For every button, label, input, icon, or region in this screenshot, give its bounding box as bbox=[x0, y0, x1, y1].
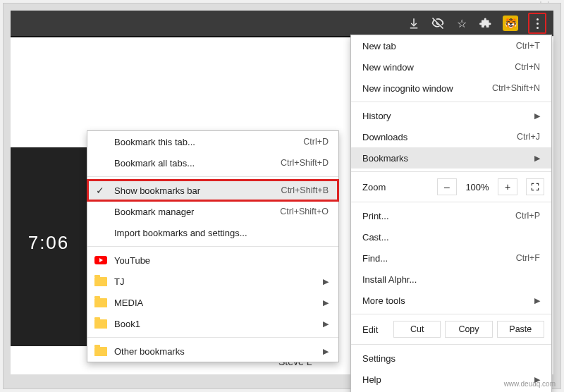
menu-item-label: New tab bbox=[362, 41, 516, 51]
star-icon[interactable]: ☆ bbox=[455, 16, 469, 30]
kebab-icon bbox=[537, 18, 539, 29]
menu-separator bbox=[351, 314, 551, 314]
menu-settings[interactable]: Settings bbox=[351, 348, 551, 369]
menu-item-shortcut: Ctrl+Shift+N bbox=[492, 83, 540, 93]
menu-zoom-row: Zoom – 100% + bbox=[351, 175, 551, 199]
bookmark-label: Book1 bbox=[114, 319, 323, 329]
menu-item-shortcut: Ctrl+Shift+B bbox=[281, 185, 329, 195]
screenshot-root: alphr ☆ 🐯 Free ecution k and can result … bbox=[0, 0, 564, 392]
menu-show-bookmarks-bar[interactable]: ✓ Show bookmarks bar Ctrl+Shift+B bbox=[87, 180, 338, 201]
chevron-right-icon: ▶ bbox=[534, 111, 540, 121]
paste-button[interactable]: Paste bbox=[497, 321, 544, 338]
clock-display: 7:06 bbox=[28, 232, 70, 254]
menu-item-label: Downloads bbox=[362, 132, 517, 142]
chevron-right-icon: ▶ bbox=[323, 277, 329, 286]
bookmark-label: MEDIA bbox=[114, 298, 323, 308]
menu-item-shortcut: Ctrl+N bbox=[515, 62, 540, 72]
menu-find[interactable]: Find... Ctrl+F bbox=[351, 247, 551, 269]
menu-item-label: Bookmarks bbox=[362, 153, 534, 164]
menu-item-shortcut: Ctrl+J bbox=[517, 132, 540, 142]
folder-icon bbox=[94, 297, 107, 308]
menu-item-label: New incognito window bbox=[362, 83, 492, 94]
folder-icon bbox=[94, 276, 107, 287]
menu-install-app[interactable]: Install Alphr... bbox=[351, 269, 551, 290]
menu-item-label: Bookmark manager bbox=[114, 207, 280, 217]
bookmark-folder-media[interactable]: MEDIA ▶ bbox=[87, 292, 338, 313]
menu-separator bbox=[87, 176, 338, 177]
menu-item-label: Cast... bbox=[362, 232, 540, 243]
menu-item-shortcut: Ctrl+D bbox=[303, 137, 329, 147]
menu-item-shortcut: Ctrl+P bbox=[515, 211, 540, 221]
menu-item-label: Bookmark all tabs... bbox=[114, 158, 281, 169]
menu-separator bbox=[351, 102, 551, 102]
menu-bookmark-this-tab[interactable]: Bookmark this tab... Ctrl+D bbox=[87, 131, 338, 152]
bookmark-youtube[interactable]: YouTube bbox=[87, 250, 338, 271]
checkmark-icon: ✓ bbox=[96, 185, 104, 196]
bookmarks-submenu: Bookmark this tab... Ctrl+D Bookmark all… bbox=[87, 130, 339, 362]
menu-item-label: New window bbox=[362, 62, 515, 73]
menu-bookmark-manager[interactable]: Bookmark manager Ctrl+Shift+O bbox=[87, 201, 338, 222]
menu-separator bbox=[87, 246, 338, 247]
window-frame: ☆ 🐯 Free ecution k and can result in the… bbox=[3, 3, 561, 389]
fullscreen-button[interactable] bbox=[526, 178, 544, 195]
copy-button[interactable]: Copy bbox=[445, 321, 492, 338]
downloads-icon[interactable] bbox=[407, 16, 421, 30]
extensions-icon[interactable] bbox=[479, 16, 493, 30]
chevron-right-icon: ▶ bbox=[534, 154, 540, 163]
menu-print[interactable]: Print... Ctrl+P bbox=[351, 205, 551, 226]
zoom-in-button[interactable]: + bbox=[498, 178, 517, 195]
zoom-out-button[interactable]: – bbox=[437, 178, 457, 195]
menu-cast[interactable]: Cast... bbox=[351, 226, 551, 247]
menu-new-window[interactable]: New window Ctrl+N bbox=[351, 56, 551, 78]
menu-bookmarks[interactable]: Bookmarks ▶ bbox=[351, 147, 551, 169]
folder-icon bbox=[94, 318, 107, 329]
cut-button[interactable]: Cut bbox=[393, 321, 441, 338]
chevron-right-icon: ▶ bbox=[323, 319, 329, 329]
menu-separator bbox=[87, 337, 338, 338]
menu-item-shortcut: Ctrl+Shift+D bbox=[281, 158, 329, 168]
youtube-icon bbox=[94, 255, 107, 266]
bookmark-folder-other[interactable]: Other bookmarks ▶ bbox=[87, 341, 338, 362]
menu-separator bbox=[351, 344, 551, 345]
menu-item-label: History bbox=[362, 111, 534, 121]
bookmark-folder-book1[interactable]: Book1 ▶ bbox=[87, 313, 338, 334]
kebab-menu-button[interactable] bbox=[528, 13, 546, 34]
bookmark-folder-tj[interactable]: TJ ▶ bbox=[87, 271, 338, 292]
menu-separator bbox=[351, 171, 551, 172]
bookmark-label: YouTube bbox=[114, 255, 329, 266]
menu-item-label: More tools bbox=[362, 295, 534, 306]
menu-item-label: Install Alphr... bbox=[362, 274, 540, 285]
chevron-right-icon: ▶ bbox=[534, 296, 540, 305]
menu-import-bookmarks[interactable]: Import bookmarks and settings... bbox=[87, 222, 338, 243]
chevron-right-icon: ▶ bbox=[323, 298, 329, 307]
menu-bookmark-all-tabs[interactable]: Bookmark all tabs... Ctrl+Shift+D bbox=[87, 152, 338, 173]
menu-separator bbox=[351, 202, 551, 202]
menu-item-label: Show bookmarks bar bbox=[114, 185, 281, 196]
zoom-label: Zoom bbox=[362, 182, 433, 192]
bookmark-label: Other bookmarks bbox=[114, 346, 323, 357]
edit-label: Edit bbox=[362, 324, 389, 335]
menu-item-label: Find... bbox=[362, 253, 516, 264]
bookmark-label: TJ bbox=[114, 276, 323, 287]
browser-toolbar: ☆ 🐯 bbox=[11, 11, 553, 36]
menu-edit-row: Edit Cut Copy Paste bbox=[351, 317, 551, 341]
chrome-main-menu: New tab Ctrl+T New window Ctrl+N New inc… bbox=[350, 35, 552, 392]
chevron-right-icon: ▶ bbox=[323, 347, 329, 356]
page-sidebar: 7:06 bbox=[11, 147, 87, 346]
menu-more-tools[interactable]: More tools ▶ bbox=[351, 290, 551, 311]
menu-new-incognito[interactable]: New incognito window Ctrl+Shift+N bbox=[351, 78, 551, 99]
menu-history[interactable]: History ▶ bbox=[351, 105, 551, 126]
menu-item-label: Settings bbox=[362, 353, 540, 364]
folder-icon bbox=[94, 345, 107, 357]
menu-downloads[interactable]: Downloads Ctrl+J bbox=[351, 126, 551, 147]
menu-item-shortcut: Ctrl+F bbox=[516, 253, 540, 263]
menu-item-label: Import bookmarks and settings... bbox=[114, 228, 329, 238]
url-watermark: www.deuaq.com bbox=[504, 380, 556, 388]
menu-item-shortcut: Ctrl+Shift+O bbox=[280, 207, 329, 216]
menu-new-tab[interactable]: New tab Ctrl+T bbox=[351, 35, 551, 56]
menu-item-label: Print... bbox=[362, 211, 515, 221]
alphr-extension-icon[interactable]: 🐯 bbox=[503, 16, 518, 31]
menu-item-label: Bookmark this tab... bbox=[114, 137, 303, 147]
zoom-value: 100% bbox=[461, 182, 494, 192]
eye-off-icon[interactable] bbox=[431, 16, 445, 30]
